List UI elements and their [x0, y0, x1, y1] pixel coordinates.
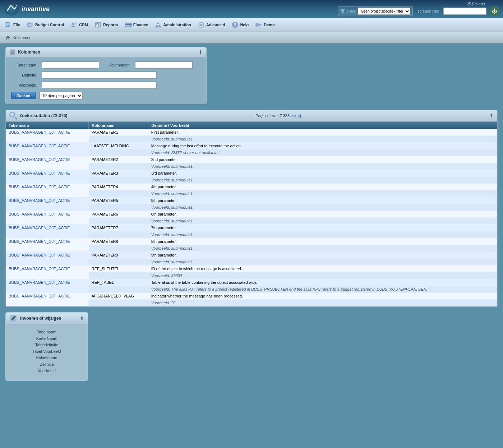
svg-rect-16 — [125, 23, 131, 27]
nav-demo[interactable]: Demo — [252, 20, 278, 30]
cell-tabelnaam: BUBS_AANVRAGEN_OJT_ACTIE — [6, 211, 89, 225]
nav-crm[interactable]: CRM — [68, 20, 91, 30]
tabelnaam-link[interactable]: BUBS_AANVRAGEN_OJT_ACTIE — [9, 185, 70, 189]
cell-voorbeeld: Voorbeeld: submodule1 — [148, 245, 497, 252]
table-row: BUBS_AANVRAGEN_OJT_ACTIE AFGEHANDELD_VLA… — [6, 293, 497, 300]
edit-panel-collapse[interactable]: ⬆ — [80, 315, 84, 321]
nav-reports[interactable]: Reports — [92, 20, 121, 30]
svg-point-20 — [157, 24, 159, 25]
tabelnaam-link[interactable]: BUBS_AANVRAGEN_OJT_ACTIE — [9, 130, 70, 134]
tabelnaam-link[interactable]: BUBS_AANVRAGEN_OJT_ACTIE — [9, 198, 70, 203]
svg-rect-17 — [125, 24, 131, 25]
tabelnaam-link[interactable]: BUBS_AANVRAGEN_OJT_ACTIE — [9, 157, 70, 162]
svg-point-9 — [30, 23, 33, 26]
nav-bar: File € Budget Control CRM — [0, 18, 503, 32]
cell-definitie: ID of the object to which the message is… — [148, 265, 497, 272]
nav-budget-control[interactable]: € Budget Control — [24, 20, 67, 30]
logo-icon — [4, 2, 20, 16]
tabelnaam-link[interactable]: BUBS_AANVRAGEN_OJT_ACTIE — [9, 212, 70, 216]
nav-file[interactable]: File — [2, 20, 23, 30]
cell-tabelnaam: BUBS_AANVRAGEN_OJT_ACTIE — [6, 156, 89, 170]
cell-kolomnaam: PARAMETER3 — [89, 170, 148, 177]
definitie-input[interactable] — [42, 71, 157, 79]
cell-definitie: Table alias of the table containing the … — [148, 279, 497, 286]
projects-count-area: 25 Projects — [467, 2, 485, 6]
table-row: BUBS_AANVRAGEN_OJT_ACTIE REF_SLEUTEL ID … — [6, 265, 497, 272]
edit-panel-title: Invoeren of wijzigen — [20, 316, 61, 321]
table-row: BUBS_AANVRAGEN_OJT_ACTIE PARAMETER1 Firs… — [6, 129, 497, 136]
cell-voorbeeld: Voorbeeld: submodule1 — [148, 190, 497, 197]
tabelnaam-link[interactable]: BUBS_AANVRAGEN_OJT_ACTIE — [9, 226, 70, 230]
cell-voorbeeld: Voorbeeld: submodule1 — [148, 218, 497, 225]
filter-icon — [340, 9, 345, 14]
nav-file-label: File — [13, 23, 20, 27]
search-panel-header: Kolommen ⬆ — [6, 47, 206, 57]
results-panel-collapse[interactable]: ⬆ — [489, 113, 494, 119]
file-icon — [5, 21, 12, 28]
tabelnaam-row: Tabelnaam Kolomnaam — [11, 61, 201, 69]
tabelnaam-link[interactable]: BUBS_AANVRAGEN_OJT_ACTIE — [9, 267, 70, 271]
search-button[interactable]: Zoeken — [11, 92, 36, 99]
kolomnaam-input[interactable] — [135, 61, 193, 69]
cell-tabelnaam: BUBS_AANVRAGEN_OJT_ACTIE — [6, 170, 89, 184]
cell-voorbeeld: Voorbeeld: SMTP server not available.'. — [148, 149, 497, 156]
cell-kolomnaam-empty — [89, 259, 148, 265]
cell-voorbeeld: Voorbeeld: 39034 — [148, 272, 497, 279]
edit-field-kortenaam: Korte Naam — [13, 336, 80, 341]
rows-per-page-select[interactable]: 10 rijen per pagina 25 rijen per pagina … — [40, 92, 83, 100]
cell-kolomnaam-empty — [89, 218, 148, 225]
svg-point-23 — [200, 24, 202, 26]
voorbeeld-label: Voorbeeld — [11, 83, 36, 87]
cell-kolomnaam: REF_TABEL — [89, 279, 148, 286]
tabelnaam-link[interactable]: BUBS_AANVRAGEN_OJT_ACTIE — [9, 239, 70, 244]
svg-point-11 — [75, 23, 77, 24]
voorbeeld-input[interactable] — [42, 82, 157, 89]
tabelnaam-input[interactable] — [42, 61, 99, 69]
tabelnaam-link[interactable]: BUBS_AANVRAGEN_OJT_ACTIE — [9, 294, 70, 298]
power-button[interactable]: ⏻ — [489, 6, 499, 16]
budget-icon: € — [27, 21, 34, 28]
tabelnaam-link[interactable]: BUBS_AANVRAGEN_OJT_ACTIE — [9, 144, 70, 148]
tijdreizen-input[interactable] — [443, 8, 486, 15]
cell-definitie: Message during the last effort to execut… — [148, 143, 497, 149]
filter-select[interactable]: Geen projectspecifiek filter — [358, 8, 410, 15]
svg-rect-18 — [125, 26, 127, 26]
pagination-last[interactable]: >| — [298, 114, 301, 118]
tabelnaam-link[interactable]: BUBS_AANVRAGEN_OJT_ACTIE — [9, 280, 70, 285]
svg-rect-14 — [97, 24, 98, 27]
nav-advanced[interactable]: Advanced — [195, 20, 228, 30]
svg-rect-13 — [96, 25, 97, 27]
nav-crm-label: CRM — [79, 23, 88, 27]
cell-kolomnaam-empty — [89, 231, 148, 238]
tabelnaam-link[interactable]: BUBS_AANVRAGEN_OJT_ACTIE — [9, 253, 70, 257]
cell-tabelnaam: BUBS_AANVRAGEN_OJT_ACTIE — [6, 225, 89, 238]
kolomnaam-label: Kolomnaam — [105, 63, 130, 67]
svg-rect-19 — [128, 26, 129, 26]
cell-kolomnaam-empty — [89, 149, 148, 156]
logo-area: invantive — [4, 2, 50, 16]
tabelnaam-link[interactable]: BUBS_AANVRAGEN_OJT_ACTIE — [9, 171, 70, 175]
nav-administration[interactable]: Administration — [152, 20, 194, 30]
edit-field-kolomnaam: Kolomnaam — [13, 356, 80, 360]
table-row: BUBS_AANVRAGEN_OJT_ACTIE PARAMETER3 3rd … — [6, 170, 497, 177]
filter-label[interactable]: Filter: — [347, 9, 356, 13]
nav-help[interactable]: ? Help — [229, 20, 251, 30]
cell-kolomnaam: AFGEHANDELD_VLAG — [89, 293, 148, 300]
search-panel-collapse[interactable]: ⬆ — [198, 49, 203, 55]
search-actions-row: Zoeken 10 rijen per pagina 25 rijen per … — [11, 92, 201, 100]
cell-definitie: 7th parameter. — [148, 225, 497, 231]
svg-rect-15 — [99, 23, 100, 27]
nav-finance[interactable]: Finance — [122, 20, 151, 30]
edit-field-definitie: Definitie — [13, 362, 80, 366]
results-table: Tabelnaam Kolomnaam Definitie / Voorbeel… — [6, 122, 497, 306]
panel-collapse-icon-left — [9, 49, 15, 55]
cell-voorbeeld: Voorbeeld: The alias PJT refers to a pro… — [148, 286, 497, 293]
cell-definitie: 6th parameter. — [148, 211, 497, 218]
pagination-next[interactable]: >> — [291, 114, 296, 118]
cell-kolomnaam: PARAMETER8 — [89, 238, 148, 245]
table-row: BUBS_AANVRAGEN_OJT_ACTIE PARAMETER2 2nd … — [6, 156, 497, 163]
table-row: BUBS_AANVRAGEN_OJT_ACTIE PARAMETER5 5th … — [6, 197, 497, 204]
cell-kolomnaam: PARAMETER2 — [89, 156, 148, 163]
home-icon — [5, 35, 10, 40]
header-controls: Filter: Geen projectspecifiek filter Tij… — [338, 6, 499, 16]
